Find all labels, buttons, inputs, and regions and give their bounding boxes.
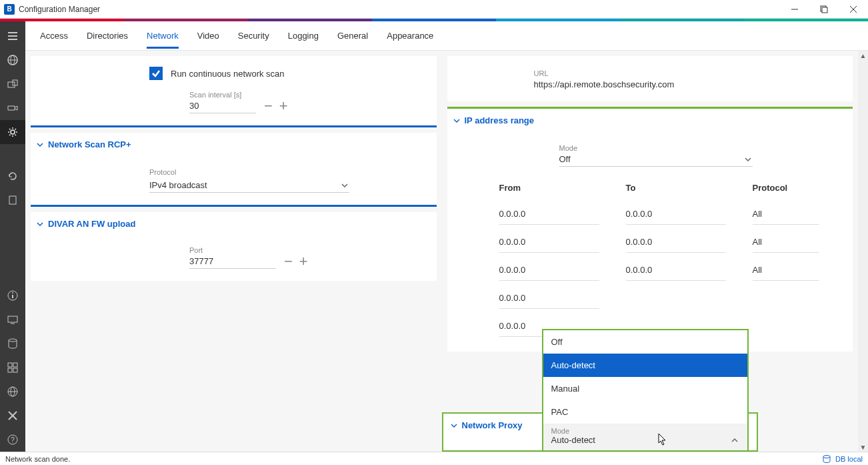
svg-rect-21: [8, 363, 12, 367]
svg-rect-14: [9, 196, 16, 204]
svg-point-20: [9, 339, 17, 342]
chevron-down-icon: [450, 422, 458, 430]
table-row: 0.0.0.00.0.0.0All: [453, 227, 848, 256]
info-icon[interactable]: [0, 284, 25, 308]
clipboard-icon[interactable]: [0, 188, 25, 212]
svg-rect-24: [13, 368, 17, 372]
titlebar: B Configuration Manager: [0, 0, 868, 19]
tab-bar: Access Directories Network Video Securit…: [25, 21, 868, 51]
table-cell-protocol[interactable]: All: [753, 265, 819, 281]
gear-icon[interactable]: [0, 120, 25, 144]
ip-mode-label: Mode: [559, 144, 848, 152]
tab-video[interactable]: Video: [197, 23, 219, 49]
database-icon[interactable]: [0, 332, 25, 356]
table-cell-protocol[interactable]: All: [753, 209, 819, 225]
tab-general[interactable]: General: [337, 23, 368, 49]
panel-ip-range-header[interactable]: IP address range: [447, 109, 853, 132]
svg-rect-11: [8, 82, 15, 87]
chevron-down-icon: [36, 220, 44, 228]
proxy-mode-select[interactable]: Mode Auto-detect: [543, 424, 747, 450]
svg-point-13: [11, 130, 15, 134]
th-from: From: [499, 183, 626, 193]
tab-network[interactable]: Network: [147, 23, 179, 49]
th-to: To: [626, 183, 753, 193]
svg-rect-2: [822, 7, 827, 13]
panel-divar-title: DIVAR AN FW upload: [48, 219, 135, 229]
svg-rect-23: [8, 368, 12, 372]
port-increment[interactable]: +: [299, 254, 308, 269]
minimize-button[interactable]: [780, 0, 809, 19]
interval-increment[interactable]: +: [279, 99, 288, 113]
panel-rcp-header[interactable]: Network Scan RCP+: [31, 133, 437, 156]
table-row: 0.0.0.00.0.0.0All: [453, 199, 848, 227]
table-cell-to[interactable]: 0.0.0.0: [626, 237, 726, 253]
side-nav: ?: [0, 21, 25, 452]
proxy-mode-label: Mode: [551, 427, 739, 435]
vertical-scrollbar[interactable]: ▲ ▼: [858, 51, 868, 452]
scroll-up-icon[interactable]: ▲: [860, 51, 867, 60]
panel-rcp: Network Scan RCP+ Protocol IPv4 broadcas…: [31, 133, 437, 207]
port-value[interactable]: 37777: [189, 256, 276, 269]
panel-rcp-title: Network Scan RCP+: [48, 139, 131, 149]
globe2-icon[interactable]: [0, 380, 25, 404]
svg-rect-22: [13, 363, 17, 367]
proxy-mode-value: Auto-detect: [551, 435, 596, 445]
table-cell-protocol[interactable]: All: [753, 237, 819, 253]
refresh-icon[interactable]: [0, 164, 25, 188]
help-icon[interactable]: ?: [0, 428, 25, 452]
scroll-down-icon[interactable]: ▼: [860, 442, 867, 452]
protocol-select[interactable]: IPv4 broadcast: [149, 178, 349, 193]
protocol-value: IPv4 broadcast: [149, 180, 207, 190]
table-row: 0.0.0.00.0.0.0All: [453, 256, 848, 284]
tab-access[interactable]: Access: [40, 23, 68, 49]
grid-icon[interactable]: [0, 356, 25, 380]
table-cell-to[interactable]: 0.0.0.0: [626, 265, 726, 281]
continuous-scan-checkbox[interactable]: [149, 67, 163, 80]
devices-icon[interactable]: [0, 72, 25, 96]
tab-logging[interactable]: Logging: [288, 23, 319, 49]
monitor-icon[interactable]: [0, 308, 25, 332]
ip-mode-select[interactable]: Off: [559, 152, 753, 167]
panel-ip-range: IP address range Mode Off From To: [447, 107, 853, 352]
ip-mode-value: Off: [559, 154, 571, 164]
left-column: Run continuous network scan Scan interva…: [25, 51, 442, 452]
db-status-text: DB local: [835, 455, 863, 463]
globe-icon[interactable]: [0, 48, 25, 72]
camera-icon[interactable]: [0, 96, 25, 120]
svg-rect-18: [8, 316, 17, 322]
table-cell-from[interactable]: 0.0.0.0: [499, 265, 599, 281]
proxy-option-auto-detect[interactable]: Auto-detect: [543, 354, 747, 377]
table-row: 0.0.0.0: [453, 284, 848, 312]
close-button[interactable]: [839, 0, 868, 19]
table-cell-from[interactable]: 0.0.0.0: [499, 293, 599, 309]
tools-icon[interactable]: [0, 404, 25, 428]
url-label: URL: [534, 69, 853, 77]
table-cell-from[interactable]: 0.0.0.0: [499, 209, 599, 225]
ip-table-header: From To Protocol: [453, 176, 848, 199]
right-column: URL https://api.remote.boschsecurity.com…: [442, 51, 859, 452]
panel-scan: Run continuous network scan Scan interva…: [31, 56, 437, 127]
tab-security[interactable]: Security: [238, 23, 269, 49]
interval-decrement[interactable]: −: [264, 99, 273, 113]
panel-divar-header[interactable]: DIVAR AN FW upload: [31, 212, 437, 236]
chevron-down-icon: [743, 155, 753, 164]
scan-interval-value[interactable]: 30: [189, 101, 256, 113]
menu-icon[interactable]: [0, 24, 25, 48]
proxy-option-manual[interactable]: Manual: [543, 377, 747, 400]
table-cell-from[interactable]: 0.0.0.0: [499, 237, 599, 253]
port-decrement[interactable]: −: [284, 254, 293, 269]
url-block: URL https://api.remote.boschsecurity.com: [447, 56, 853, 101]
status-bar: Network scan done. DB local: [0, 452, 868, 465]
proxy-option-off[interactable]: Off: [543, 330, 747, 354]
tab-directories[interactable]: Directories: [87, 23, 128, 49]
db-status-icon: [822, 454, 831, 464]
url-value[interactable]: https://api.remote.boschsecurity.com: [534, 79, 853, 89]
svg-text:?: ?: [11, 436, 15, 444]
maximize-button[interactable]: [809, 0, 839, 19]
table-cell-to[interactable]: 0.0.0.0: [626, 209, 726, 225]
chevron-down-icon: [340, 181, 349, 190]
panel-ip-range-title: IP address range: [465, 115, 535, 125]
tab-appearance[interactable]: Appearance: [387, 23, 433, 49]
svg-point-32: [823, 455, 830, 458]
proxy-option-pac[interactable]: PAC: [543, 400, 747, 424]
